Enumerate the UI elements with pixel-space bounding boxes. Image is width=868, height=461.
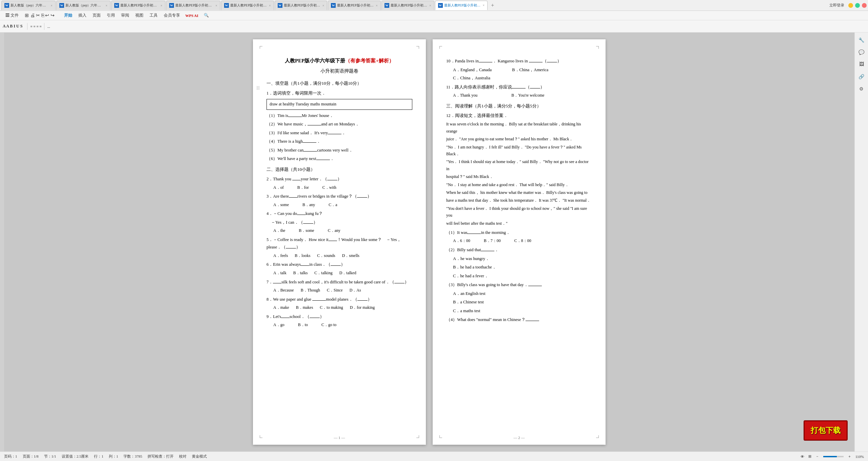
tab-close-5[interactable]: × [269, 4, 271, 7]
close-button[interactable] [862, 3, 867, 8]
sidebar-icon-3[interactable]: 🖼 [857, 60, 866, 69]
zoom-out-button[interactable]: － [815, 454, 819, 459]
tab-5[interactable]: W 最新人教PEP版小升初英语六年级下 × [221, 1, 274, 10]
menu-page[interactable]: 页面 [90, 12, 103, 19]
q11-opt-a: A．Thank you [453, 92, 477, 99]
tab-icon-1: W [4, 3, 9, 8]
download-button[interactable]: 打包下载 [804, 420, 848, 441]
bracket-2 [327, 180, 337, 180]
toolbar: A A B I U S ≡ ≡ ≡ ≡ ... [0, 20, 868, 33]
q4: 4．－Can you dokung fu？ －Yes，I can．（） A．th… [267, 210, 412, 235]
status-page: 页码：1 [4, 454, 17, 459]
q12: 12．阅读短文，选择最佳答案． It was seven o'clock in … [446, 112, 592, 324]
menu-file[interactable]: ☰ 文件 [3, 12, 21, 19]
drag-handle[interactable]: ⁞⁞ [256, 83, 260, 93]
tab-label-1: 新人教版（pep）六年级（下） [11, 3, 49, 8]
tab-1[interactable]: W 新人教版（pep）六年级（下） × [1, 1, 56, 10]
q12-2-text: （2）Billy said that． [446, 246, 592, 254]
tab-9[interactable]: W 最新人教PEP版小升初英语小升 × [435, 1, 488, 10]
blank-12-4 [526, 321, 539, 321]
menu-wps-ai[interactable]: WPS AI [183, 13, 200, 18]
sidebar-icon-1[interactable]: 🔧 [857, 35, 866, 45]
toolbar-format-buttons: A A B I U S [3, 24, 22, 29]
menu-vip[interactable]: 会员专享 [161, 12, 183, 19]
q4-text-1: 4．－Can you dokung fu？ [267, 210, 412, 218]
status-settings: 设置值：2.5厘米 [62, 454, 89, 459]
q9-opt-a: A．go [273, 321, 284, 329]
tab-label-8: 最新人教PEP版小升初英语六年级下 [391, 3, 428, 8]
eye-icon[interactable]: 👁 [801, 455, 804, 459]
bracket-4 [303, 223, 313, 224]
right-sidebar: 🔧 💬 🖼 🔗 ⚙ [854, 33, 868, 452]
q12-4-text: （4）What does "normal" mean in Chinese？ [446, 316, 592, 324]
menu-start[interactable]: 开始 [61, 12, 75, 19]
q2-options: A．of B．for C．with [273, 184, 412, 192]
q10-opt-b: B．China，America [512, 66, 548, 74]
tab-2[interactable]: W 新人教版（pep）六年级（下） × [56, 1, 111, 10]
tab-8[interactable]: W 最新人教PEP版小升初英语六年级下 × [381, 1, 434, 10]
sidebar-icon-4[interactable]: 🔗 [857, 72, 866, 81]
tab-close-9[interactable]: × [483, 3, 485, 7]
blank-10b [529, 62, 542, 62]
q6-options: A．talk B．talks C．talking D．talked [273, 269, 412, 277]
q12-1-text: （1）It wasin the morning． [446, 229, 592, 237]
q12-1-options: A．6：00 B．7：00 C．8：00 [453, 237, 592, 245]
zoom-slider[interactable] [823, 456, 844, 457]
tab-close-2[interactable]: × [105, 4, 107, 7]
status-section: 页面：1/8 [23, 454, 39, 459]
wps-account[interactable]: 立即登录 [829, 3, 844, 8]
blank-1-3 [328, 134, 341, 134]
passage-3: "No． I am not hungry． I felt ill" said B… [446, 144, 592, 158]
q8: 8．We use paper and glue model planes．（） … [267, 296, 412, 312]
sidebar-icon-2[interactable]: 💬 [857, 47, 866, 57]
main-area: ⁞⁞ 人教PEP版小学六年级下册（有参考答案+解析） 小升初英语押题卷 一、填空… [0, 33, 868, 452]
tab-close-8[interactable]: × [429, 4, 431, 7]
tab-close-7[interactable]: × [376, 4, 378, 7]
tab-close-1[interactable]: × [51, 4, 53, 7]
q3-opt-b: B．any [302, 201, 315, 209]
tab-4[interactable]: W 最新人教PEP版小升初英语六年级下 × [166, 1, 220, 10]
q1-6: （6）We'll have a party next． [267, 155, 412, 163]
new-tab-button[interactable]: + [488, 2, 497, 8]
tab-close-3[interactable]: × [160, 4, 162, 7]
grid-icon[interactable]: ⊞ [808, 454, 811, 459]
blank-1-5 [303, 151, 317, 152]
menu-search[interactable]: 🔍 [201, 12, 212, 19]
menu-tools[interactable]: 工具 [147, 12, 160, 19]
q10-opt-c: C．China，Australia [453, 76, 490, 80]
maximize-button[interactable] [855, 3, 860, 8]
q5-options: A．feels B．looks C．sounds D．smells [273, 252, 412, 260]
q12-3-opt-b: B．a Chinese test [453, 298, 592, 306]
status-spell: 拼写检查：打开 [147, 454, 174, 459]
q12-1-opt-a: A．6：00 [453, 237, 470, 245]
menu-review[interactable]: 审阅 [118, 12, 132, 19]
minimize-button[interactable] [848, 3, 853, 8]
sidebar-icon-5[interactable]: ⚙ [857, 84, 866, 94]
tab-7[interactable]: W 最新人教PEP版小升初英语六年级下 × [328, 1, 381, 10]
bracket-5 [286, 248, 296, 248]
menu-insert[interactable]: 插入 [76, 12, 89, 19]
tab-6[interactable]: W 最新人教PEP版小升初英语六年级下 × [275, 1, 328, 10]
tab-label-9: 最新人教PEP版小升初英语小升 [444, 3, 481, 8]
zoom-in-button[interactable]: ＋ [848, 454, 851, 459]
menu-reference[interactable]: 引用 [104, 12, 118, 19]
menu-view[interactable]: 视图 [133, 12, 146, 19]
status-wordcount: 字数：3785 [123, 454, 142, 459]
q1: 1．选词填空，每词限用一次． draw at healthy Tuesday m… [267, 89, 412, 163]
q4-options: A．the B．some C．any [273, 227, 412, 235]
status-col: 列：1 [109, 454, 118, 459]
tab-icon-3: W [114, 3, 119, 8]
q6-opt-c: C．talking [314, 269, 332, 277]
corner-tr-2 [596, 46, 599, 49]
bracket-11 [530, 88, 540, 88]
title-bar: W 新人教版（pep）六年级（下） × W 新人教版（pep）六年级（下） × … [0, 0, 868, 11]
page-num-2: — 2 — [514, 435, 525, 441]
tab-close-4[interactable]: × [215, 4, 217, 7]
tab-3[interactable]: W 最新人教PEP版小升初英语试卷 × [111, 1, 165, 10]
q2: 2．Thank you your letter．（） A．of B．for C．… [267, 175, 412, 191]
tab-close-6[interactable]: × [322, 4, 324, 7]
blank-7 [273, 283, 281, 283]
q2-opt-c: C．with [322, 184, 336, 192]
tab-label-6: 最新人教PEP版小升初英语六年级下 [284, 3, 321, 8]
passage: It was seven o'clock in the morning． Bil… [446, 121, 592, 226]
